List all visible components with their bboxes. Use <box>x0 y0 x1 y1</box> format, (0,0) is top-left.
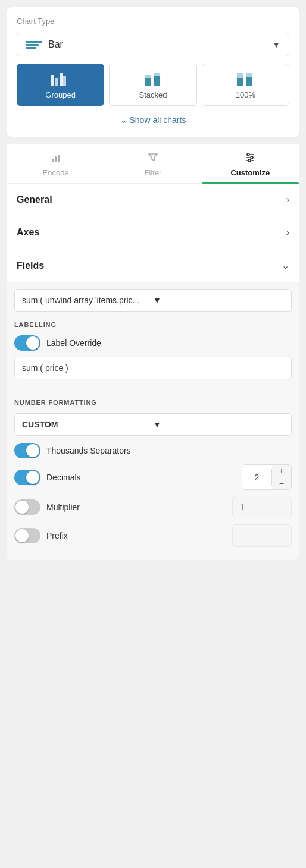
hundred-pct-icon <box>235 70 256 87</box>
hundred-pct-label: 100% <box>236 90 255 99</box>
svg-rect-0 <box>51 75 54 86</box>
labelling-title: LABELLING <box>14 321 292 328</box>
thousands-separators-label: Thousands Separators <box>46 446 131 455</box>
format-selected-label: CUSTOM <box>22 420 153 429</box>
axes-label: Axes <box>17 227 39 238</box>
general-label: General <box>17 194 52 205</box>
label-override-toggle[interactable] <box>14 335 40 351</box>
svg-rect-4 <box>145 78 151 86</box>
svg-point-20 <box>248 159 251 162</box>
customize-icon <box>244 151 256 166</box>
general-chevron-icon: › <box>286 194 289 205</box>
multiplier-toggle[interactable] <box>14 499 40 515</box>
fields-label: Fields <box>17 260 44 271</box>
chart-type-selected-label: Bar <box>48 39 272 50</box>
svg-rect-2 <box>60 73 63 86</box>
format-chevron-icon: ▼ <box>153 420 284 429</box>
number-formatting-title: NUMBER FORMATTING <box>14 399 292 406</box>
decimals-label: Decimals <box>46 473 236 482</box>
grouped-variant-button[interactable]: Grouped <box>17 64 104 106</box>
tabs-row: Encode Filter Customize <box>7 144 299 184</box>
separator-1 <box>14 389 292 389</box>
svg-rect-14 <box>58 155 60 162</box>
svg-rect-9 <box>237 78 243 86</box>
svg-rect-7 <box>154 73 160 76</box>
hundred-pct-variant-button[interactable]: 100% <box>202 64 289 106</box>
field-selector-dropdown[interactable]: sum ( unwind array 'items.pric... ▼ <box>14 289 292 312</box>
grouped-icon <box>50 70 71 87</box>
axes-section-row[interactable]: Axes › <box>7 216 299 249</box>
multiplier-row: Multiplier <box>14 496 292 518</box>
decimals-increment-button[interactable]: + <box>272 465 291 477</box>
svg-rect-1 <box>55 78 58 86</box>
decimals-decrement-button[interactable]: − <box>272 477 291 489</box>
tab-encode-label: Encode <box>43 168 69 177</box>
filter-icon <box>147 151 159 166</box>
fields-chevron-icon: ⌄ <box>282 260 289 271</box>
general-section-row[interactable]: General › <box>7 184 299 216</box>
tab-customize[interactable]: Customize <box>202 144 299 183</box>
format-dropdown[interactable]: CUSTOM ▼ <box>14 413 292 436</box>
svg-point-16 <box>247 153 249 156</box>
encode-icon <box>50 151 62 166</box>
chevron-down-icon: ⌄ <box>120 115 130 125</box>
prefix-input <box>232 524 292 547</box>
thousands-separators-toggle[interactable] <box>14 443 40 458</box>
multiplier-input <box>232 496 292 518</box>
stacked-icon <box>142 70 164 87</box>
thousands-separators-row: Thousands Separators <box>14 443 292 458</box>
tab-filter-label: Filter <box>145 168 162 177</box>
tab-filter[interactable]: Filter <box>104 144 201 183</box>
svg-rect-5 <box>145 75 151 78</box>
label-override-row: Label Override <box>14 335 292 351</box>
prefix-row: Prefix <box>14 524 292 547</box>
svg-point-18 <box>251 156 253 159</box>
svg-rect-3 <box>63 76 66 86</box>
decimals-toggle[interactable] <box>14 470 40 485</box>
decimals-stepper-buttons: + − <box>272 465 291 489</box>
grouped-label: Grouped <box>45 90 76 99</box>
fields-section: sum ( unwind array 'items.pric... ▼ LABE… <box>7 282 299 560</box>
label-override-label: Label Override <box>46 338 101 348</box>
svg-rect-6 <box>154 76 160 86</box>
svg-rect-12 <box>52 159 54 162</box>
decimals-value: 2 <box>242 469 272 486</box>
multiplier-label: Multiplier <box>46 502 226 512</box>
chart-type-panel: Chart Type Bar ▼ Grouped <box>7 7 299 137</box>
number-formatting-section: NUMBER FORMATTING CUSTOM ▼ Thousands Sep… <box>14 399 292 547</box>
chart-type-chevron-icon: ▼ <box>272 40 280 49</box>
decimals-row: Decimals 2 + − <box>14 464 292 490</box>
field-selected-label: sum ( unwind array 'items.pric... <box>22 295 153 305</box>
tab-customize-label: Customize <box>230 168 270 177</box>
bar-chart-icon <box>26 41 42 49</box>
chart-type-title: Chart Type <box>17 17 289 26</box>
prefix-toggle[interactable] <box>14 528 40 543</box>
show-all-label: Show all charts <box>129 115 186 125</box>
chart-type-dropdown[interactable]: Bar ▼ <box>17 33 289 56</box>
decimals-stepper[interactable]: 2 + − <box>242 464 292 490</box>
svg-rect-11 <box>246 77 252 86</box>
labelling-section: LABELLING Label Override <box>14 321 292 382</box>
prefix-label: Prefix <box>46 531 226 540</box>
axes-chevron-icon: › <box>286 227 289 238</box>
field-dropdown-chevron-icon: ▼ <box>153 295 284 305</box>
show-all-charts-button[interactable]: ⌄ Show all charts <box>17 113 289 127</box>
chart-variants-row: Grouped Stacked 100% <box>17 64 289 106</box>
tab-encode[interactable]: Encode <box>7 144 104 183</box>
stacked-variant-button[interactable]: Stacked <box>109 64 196 106</box>
svg-rect-13 <box>55 156 57 162</box>
label-override-input[interactable] <box>14 357 292 379</box>
stacked-label: Stacked <box>139 90 167 99</box>
fields-section-row[interactable]: Fields ⌄ <box>7 249 299 282</box>
